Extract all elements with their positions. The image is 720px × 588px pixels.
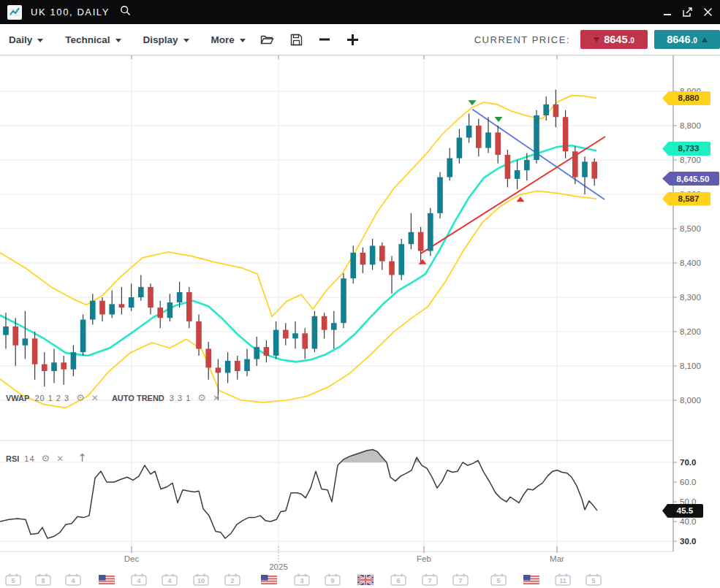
svg-text:8,800: 8,800 [680,121,701,130]
candle [90,294,96,324]
chart-area[interactable]: 8,9008,8008,7008,6008,5008,4008,3008,200… [0,0,720,588]
price-down-arrow-icon [594,37,599,42]
candle [167,294,173,321]
calendar-event-icon[interactable]: 11 [556,574,570,586]
autotrend-remove-icon[interactable]: ✕ [213,394,220,402]
autotrend-indicator-name: AUTO TREND [112,394,164,402]
candle [109,291,115,318]
menu-display[interactable]: Display [143,34,189,45]
rsi-value-badge: 45.5 [662,504,703,518]
calendar-event-icon[interactable]: 7 [422,574,437,586]
calendar-event-icon[interactable]: 5 [6,574,20,586]
calendar-event-icon[interactable]: 5 [586,574,601,586]
instrument-title: UK 100, DAILY [31,7,110,18]
sell-price-button[interactable]: 8645.0 [580,30,648,49]
us-flag-icon[interactable] [261,575,277,585]
calendar-event-icon[interactable]: 6 [391,574,406,586]
calendar-event-icon[interactable]: 8 [36,574,50,586]
us-flag-icon[interactable] [99,575,115,585]
svg-text:40.0: 40.0 [680,517,696,526]
menu-technical-label: Technical [65,34,110,45]
svg-text:7: 7 [458,577,462,584]
zoom-in-icon[interactable] [346,34,359,46]
rsi-settings-gear-icon[interactable]: ⚙ [42,454,50,463]
svg-text:Mar: Mar [550,554,564,563]
svg-text:8,200: 8,200 [680,327,701,336]
calendar-event-icon[interactable]: 2 [225,574,240,586]
svg-text:60.0: 60.0 [680,478,696,486]
menu-timeframe[interactable]: Daily [9,34,43,45]
calendar-event-icon[interactable]: 4 [132,574,146,586]
candle [485,117,491,153]
sell-price-value: 8645 [604,34,627,45]
candle [495,126,501,164]
candle [370,239,376,270]
svg-text:70.0: 70.0 [680,458,696,467]
calendar-event-icon[interactable]: 4 [162,574,177,586]
vwap-remove-icon[interactable]: ✕ [91,394,99,402]
candle [360,248,366,273]
candle [264,340,270,363]
candle [409,213,414,249]
uk-flag-icon[interactable] [357,575,374,585]
candle [505,150,511,188]
candle [225,352,231,383]
calendar-event-icon[interactable]: 7 [453,574,468,586]
candle [437,172,443,218]
candle [515,160,520,189]
svg-text:Feb: Feb [417,554,431,563]
close-icon[interactable] [703,7,713,17]
zoom-out-icon[interactable] [319,34,330,45]
price-chart-canvas[interactable]: 8,9008,8008,7008,6008,5008,4008,3008,200… [0,0,720,588]
last-price-badge: 8,645.50 [662,172,719,186]
candle [447,148,452,181]
calendar-event-icon[interactable]: 10 [194,574,208,586]
overlay-indicator-labels: VWAP 20 1 2 3 ⚙ ✕ AUTO TREND 3 3 1 ⚙ ✕ [6,393,220,402]
menu-technical[interactable]: Technical [65,34,121,45]
svg-text:8,500: 8,500 [680,224,701,233]
svg-text:4: 4 [167,577,171,584]
candle [42,352,48,386]
candle [428,208,433,256]
sell-signal-icon [469,100,477,105]
buy-price-button[interactable]: 8646.0 [654,30,720,49]
search-icon[interactable] [120,5,131,19]
calendar-event-icon[interactable]: 3 [295,574,309,586]
vwap-indicator-name: VWAP [6,394,29,402]
candle [129,283,134,311]
candle [186,287,192,328]
save-icon[interactable] [290,34,303,46]
date-axis[interactable]: Dec2025FebMar [124,546,564,571]
svg-text:5: 5 [496,577,500,584]
rsi-remove-icon[interactable]: ✕ [56,454,64,463]
candle [80,315,86,356]
minimize-icon[interactable] [663,8,672,17]
candle [71,345,77,376]
band-upper-badge: 8,880 [662,91,710,105]
open-folder-icon[interactable] [260,34,274,45]
chevron-down-icon [240,39,246,42]
calendar-event-icon[interactable]: 9 [325,574,340,586]
svg-text:10: 10 [197,577,205,584]
menu-more[interactable]: More [211,34,246,45]
candle [292,321,298,349]
candle [312,311,318,352]
candle [273,321,279,359]
price-axis[interactable]: 8,9008,8008,7008,6008,5008,4008,3008,200… [673,87,701,546]
popout-icon[interactable] [682,7,693,18]
rsi-move-up-icon[interactable]: ↑ [77,453,87,464]
candle [254,337,259,366]
us-flag-icon[interactable] [523,575,539,585]
svg-text:8,000: 8,000 [680,396,701,405]
candle [302,328,308,359]
autotrend-settings-gear-icon[interactable]: ⚙ [197,393,206,402]
svg-text:8,400: 8,400 [680,259,701,267]
candle [61,356,67,385]
calendar-event-icon[interactable]: 5 [491,574,506,586]
rsi-line [0,449,597,538]
title-bar: UK 100, DAILY [0,0,720,24]
candle [283,323,289,345]
candle [99,297,105,321]
calendar-event-icon[interactable]: 4 [66,574,80,586]
vwap-settings-gear-icon[interactable]: ⚙ [76,393,85,402]
